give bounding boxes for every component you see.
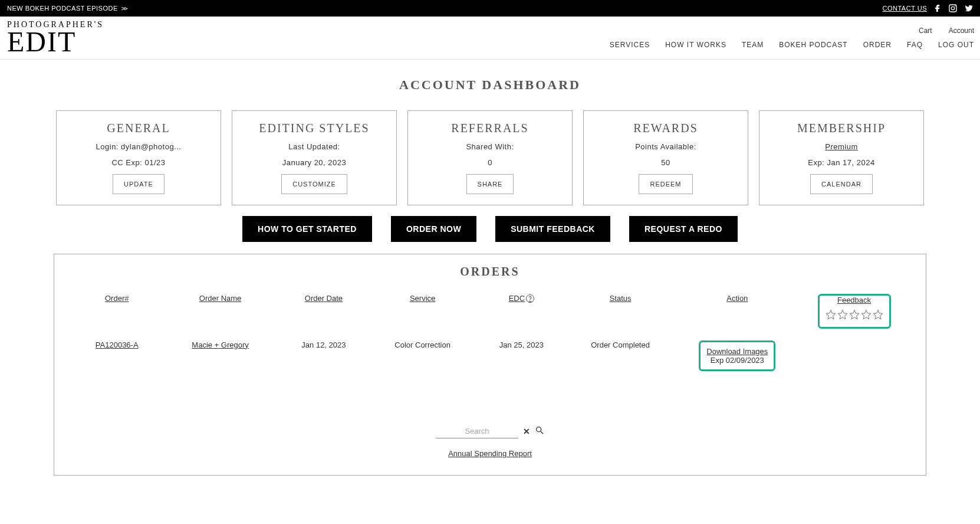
main-nav: SERVICES HOW IT WORKS TEAM BOKEH PODCAST… [610,41,974,49]
order-edc: Jan 25, 2023 [476,340,566,349]
card-shared-label: Shared With: [466,142,514,151]
how-to-get-started-button[interactable]: HOW TO GET STARTED [242,216,372,242]
nav-how-it-works[interactable]: HOW IT WORKS [665,41,726,49]
header-feedback[interactable]: Feedback [837,296,871,304]
card-referrals: REFERRALS Shared With: 0 SHARE [407,110,573,205]
svg-point-2 [955,6,956,7]
header-feedback-cell: Feedback [800,294,908,329]
customize-button[interactable]: CUSTOMIZE [281,174,347,194]
top-bar: NEW BOKEH PODCAST EPISODE >> CONTACT US [0,0,980,17]
cart-link[interactable]: Cart [919,27,932,35]
card-rewards: REWARDS Points Available: 50 REDEEM [583,110,748,205]
order-status: Order Completed [567,340,675,349]
nav-order[interactable]: ORDER [863,41,892,49]
card-title: EDITING STYLES [259,122,369,135]
card-title: REFERRALS [451,122,528,135]
star-rating[interactable] [826,309,883,320]
redeem-button[interactable]: REDEEM [639,174,692,194]
header-order-number[interactable]: Order# [72,294,162,303]
star-icon[interactable] [873,309,883,320]
card-cc-exp: CC Exp: 01/23 [111,158,165,167]
card-last-updated-label: Last Updated: [288,142,340,151]
calendar-button[interactable]: CALENDAR [810,174,873,194]
card-membership: MEMBERSHIP Premium Exp: Jan 17, 2024 CAL… [759,110,924,205]
svg-point-3 [537,427,541,431]
order-number-link[interactable]: PA120036-A [72,340,162,349]
svg-line-4 [541,431,543,434]
dashboard-cards: GENERAL Login: dylan@photog... CC Exp: 0… [54,110,926,205]
twitter-icon[interactable] [963,4,973,13]
order-service: Color Correction [369,340,476,349]
card-title: MEMBERSHIP [797,122,886,135]
order-date: Jan 12, 2023 [279,340,369,349]
header-edc-text: EDC [509,294,525,303]
card-title: GENERAL [107,122,170,135]
request-redo-button[interactable]: REQUEST A REDO [629,216,738,242]
star-icon[interactable] [826,309,836,320]
promo-text: NEW BOKEH PODCAST EPISODE [7,5,118,12]
header-action[interactable]: Action [675,294,800,303]
header-service[interactable]: Service [369,294,476,303]
download-images-link[interactable]: Download Images [706,347,768,356]
star-icon[interactable] [849,309,860,320]
svg-point-1 [951,6,954,9]
orders-header-row: Order# Order Name Order Date Service EDC… [72,294,908,329]
nav-logout[interactable]: LOG OUT [938,41,974,49]
clear-icon[interactable]: ✕ [523,427,530,436]
header: PHOTOGRAPHER'S EDIT Cart Account SERVICE… [0,17,980,60]
chevron-right-icon: >> [121,5,127,12]
card-shared-value: 0 [488,158,492,167]
annual-spending-report-link[interactable]: Annual Spending Report [448,449,532,458]
star-icon[interactable] [837,309,848,320]
nav-services[interactable]: SERVICES [610,41,650,49]
nav-team[interactable]: TEAM [742,41,764,49]
logo-bottom: EDIT [7,29,104,54]
order-row: PA120036-A Macie + Gregory Jan 12, 2023 … [72,340,908,371]
orders-section: ORDERS Order# Order Name Order Date Serv… [54,254,926,476]
header-order-name[interactable]: Order Name [162,294,278,303]
promo-link[interactable]: NEW BOKEH PODCAST EPISODE >> [7,5,127,12]
card-general: GENERAL Login: dylan@photog... CC Exp: 0… [56,110,221,205]
download-exp: Exp 02/09/2023 [706,356,768,365]
action-highlight: Download Images Exp 02/09/2023 [699,340,775,371]
logo[interactable]: PHOTOGRAPHER'S EDIT [7,21,104,54]
orders-title: ORDERS [72,265,908,279]
header-edc[interactable]: EDC? [476,294,566,303]
order-now-button[interactable]: ORDER NOW [391,216,476,242]
search-wrap: ✕ [436,424,544,438]
account-link[interactable]: Account [949,27,974,35]
card-editing-styles: EDITING STYLES Last Updated: January 20,… [232,110,397,205]
action-buttons: HOW TO GET STARTED ORDER NOW SUBMIT FEED… [54,216,926,242]
search-input[interactable] [436,424,518,438]
card-membership-tier[interactable]: Premium [825,142,858,151]
contact-link[interactable]: CONTACT US [883,5,928,12]
nav-bokeh-podcast[interactable]: BOKEH PODCAST [779,41,847,49]
nav-faq[interactable]: FAQ [907,41,923,49]
update-button[interactable]: UPDATE [113,174,165,194]
card-membership-exp: Exp: Jan 17, 2024 [808,158,874,167]
facebook-icon[interactable] [933,4,942,13]
order-name-link[interactable]: Macie + Gregory [162,340,278,349]
page-title: ACCOUNT DASHBOARD [54,77,926,93]
order-action-cell: Download Images Exp 02/09/2023 [675,340,800,371]
share-button[interactable]: SHARE [466,174,514,194]
search-icon[interactable] [535,425,544,437]
submit-feedback-button[interactable]: SUBMIT FEEDBACK [495,216,610,242]
header-status[interactable]: Status [567,294,675,303]
card-points-value: 50 [661,158,670,167]
star-icon[interactable] [861,309,872,320]
card-last-updated-value: January 20, 2023 [282,158,346,167]
card-points-label: Points Available: [635,142,696,151]
card-title: REWARDS [633,122,698,135]
header-order-date[interactable]: Order Date [279,294,369,303]
help-icon[interactable]: ? [526,294,534,303]
card-login: Login: dylan@photog... [96,142,182,151]
instagram-icon[interactable] [948,4,958,13]
feedback-highlight: Feedback [818,294,891,329]
